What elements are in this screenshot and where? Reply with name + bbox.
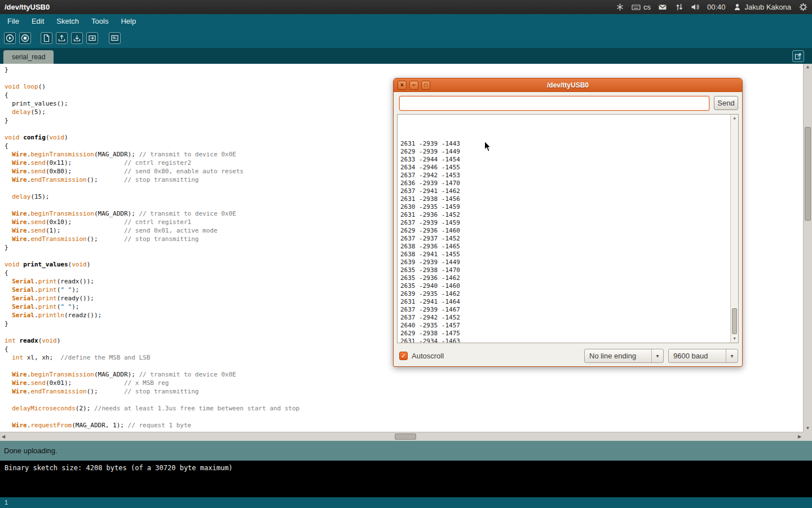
serial-send-input[interactable]	[399, 96, 709, 111]
scrollbar-corner	[803, 432, 812, 441]
line-number-indicator: 1	[5, 499, 8, 506]
panel-app-title: /dev/ttyUSB0	[5, 3, 50, 11]
clock[interactable]: 00:40	[707, 3, 726, 11]
keyboard-layout-label: cs	[643, 3, 651, 11]
serial-line: 2638 -2936 -1465	[400, 243, 738, 251]
keyboard-icon	[632, 3, 641, 12]
serial-output-scrollbar[interactable]: ▲ ▼	[730, 115, 738, 343]
serial-line: 2629 -2938 -1475	[400, 330, 738, 338]
serial-line: 2630 -2935 -1459	[400, 203, 738, 211]
panel-indicators: cs 00:40 Jakub Kakona	[615, 3, 807, 12]
username-label: Jakub Kakona	[745, 3, 791, 11]
menu-help[interactable]: Help	[114, 14, 142, 28]
scroll-down-icon[interactable]: ▼	[804, 425, 812, 432]
build-console: Binary sketch size: 4208 bytes (of a 307…	[0, 461, 812, 497]
serial-line: 2635 -2936 -1462	[400, 274, 738, 282]
serial-line: 2637 -2939 -1459	[400, 219, 738, 227]
menu-file[interactable]: File	[1, 14, 25, 28]
scroll-down-icon[interactable]: ▼	[731, 336, 738, 342]
serial-line: 2637 -2941 -1462	[400, 187, 738, 195]
chevron-down-icon[interactable]: ▾	[651, 349, 663, 362]
editor-horizontal-scrollbar[interactable]: ◀ ▶	[0, 432, 803, 441]
serial-line: 2634 -2946 -1455	[400, 164, 738, 172]
serial-monitor-title: /dev/ttyUSB0	[394, 78, 742, 92]
code-line: Wire.beginTransmission(MAG_ADDR); // tra…	[5, 370, 803, 379]
scroll-up-icon[interactable]: ▲	[804, 64, 812, 71]
tab-menu-button[interactable]	[792, 50, 804, 62]
verify-button[interactable]	[4, 32, 16, 44]
status-message: Done uploading.	[4, 446, 58, 455]
serial-line: 2635 -2940 -1460	[400, 282, 738, 290]
line-ending-value: No line ending	[585, 349, 651, 362]
serial-line: 2637 -2937 -1452	[400, 235, 738, 243]
editor-vscroll-thumb[interactable]	[805, 127, 811, 221]
mouse-cursor-icon	[484, 141, 492, 155]
open-sketch-button[interactable]	[56, 32, 68, 44]
send-button[interactable]: Send	[714, 96, 738, 110]
scroll-up-icon[interactable]: ▲	[731, 115, 738, 121]
serial-line: 2635 -2938 -1470	[400, 266, 738, 274]
editor-hscroll-thumb[interactable]	[395, 433, 416, 440]
user-menu[interactable]: Jakub Kakona	[733, 3, 791, 12]
chevron-down-icon[interactable]: ▾	[726, 349, 738, 362]
new-sketch-button[interactable]	[41, 32, 52, 44]
serial-line: 2639 -2939 -1449	[400, 259, 738, 266]
code-line: Wire.endTransmission(); // stop transmit…	[5, 387, 803, 396]
stop-button[interactable]	[19, 32, 31, 44]
serial-line: 2631 -2941 -1464	[400, 298, 738, 306]
scroll-left-icon[interactable]: ◀	[0, 432, 7, 441]
line-ending-dropdown[interactable]: No line ending ▾	[584, 349, 664, 363]
gear-icon[interactable]	[798, 3, 807, 12]
serial-line: 2636 -2939 -1470	[400, 179, 738, 187]
tab-bar: serial_read	[0, 48, 812, 64]
editor-vertical-scrollbar[interactable]: ▲ ▼	[803, 64, 812, 432]
autoscroll-label: Autoscroll	[412, 349, 444, 363]
serial-line: 2640 -2935 -1457	[400, 322, 738, 330]
serial-line: 2637 -2942 -1453	[400, 172, 738, 179]
serial-line: 2631 -2938 -1456	[400, 195, 738, 203]
serial-line: 2631 -2934 -1463	[400, 338, 738, 343]
serial-line: 2637 -2939 -1467	[400, 306, 738, 314]
close-button[interactable]: ×	[398, 81, 407, 90]
serial-monitor-titlebar[interactable]: /dev/ttyUSB0 × − □	[394, 78, 742, 92]
serial-line: 2633 -2944 -1454	[400, 156, 738, 164]
menu-tools[interactable]: Tools	[85, 14, 114, 28]
status-bar: Done uploading.	[0, 441, 812, 461]
keyboard-indicator[interactable]: cs	[632, 3, 651, 12]
menu-sketch[interactable]: Sketch	[50, 14, 85, 28]
serial-line: 2637 -2942 -1452	[400, 314, 738, 322]
serial-line: 2629 -2939 -1449	[400, 148, 738, 156]
user-icon	[733, 3, 742, 12]
serial-line: 2631 -2939 -1443	[400, 140, 738, 148]
code-line: Wire.requestFrom(MAG_ADDR, 1); // reques…	[5, 421, 803, 430]
tab-serial-read[interactable]: serial_read	[3, 50, 54, 64]
code-line: Wire.send(0x01); // x MSB reg	[5, 379, 803, 387]
serial-scroll-thumb[interactable]	[732, 308, 737, 334]
serial-line: 2638 -2941 -1455	[400, 251, 738, 259]
code-line: delayMicroseconds(2); //needs at least 1…	[5, 404, 803, 413]
menu-bar: FileEditSketchToolsHelp	[0, 14, 812, 28]
autoscroll-checkbox[interactable]: ✓	[399, 352, 408, 360]
code-line: }	[5, 65, 803, 74]
serial-line: 2631 -2936 -1452	[400, 211, 738, 219]
indicator-icon[interactable]	[615, 3, 624, 12]
serial-line: 2639 -2935 -1462	[400, 290, 738, 298]
baud-rate-dropdown[interactable]: 9600 baud ▾	[668, 349, 738, 363]
code-line	[5, 396, 803, 404]
serial-output[interactable]: ▲ ▼ 2631 -2939 -14432629 -2939 -14492633…	[397, 114, 739, 343]
scroll-right-icon[interactable]: ▶	[796, 432, 803, 441]
window-controls: × − □	[398, 81, 430, 90]
footer-strip: 1	[0, 497, 812, 508]
mail-icon[interactable]	[658, 3, 667, 12]
serial-monitor-button[interactable]	[109, 32, 121, 44]
maximize-button[interactable]: □	[421, 81, 430, 90]
code-line	[5, 413, 803, 421]
minimize-button[interactable]: −	[409, 81, 418, 90]
save-sketch-button[interactable]	[71, 32, 83, 44]
serial-monitor-window: /dev/ttyUSB0 × − □ Send ▲ ▼ 2631 -2939 -…	[393, 78, 743, 367]
volume-icon[interactable]	[691, 3, 700, 12]
toolbar	[0, 28, 812, 48]
network-icon[interactable]	[674, 3, 683, 12]
menu-edit[interactable]: Edit	[25, 14, 50, 28]
upload-button[interactable]	[86, 32, 98, 44]
